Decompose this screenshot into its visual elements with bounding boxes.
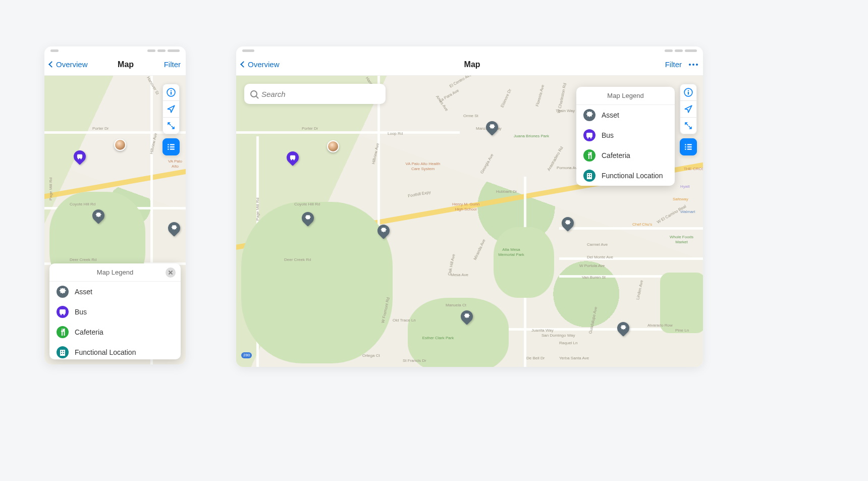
road-label: Del Monte Ave xyxy=(587,255,613,259)
search-input[interactable] xyxy=(261,90,379,98)
road-label: Coyote Hill Rd xyxy=(70,202,95,206)
legend-item-label: Cafeteria xyxy=(75,328,103,336)
poi-label: Hyatt xyxy=(680,184,690,189)
road-label: Page Mill Rd xyxy=(48,178,53,200)
road-label: Orme St xyxy=(463,114,478,118)
expand-button[interactable] xyxy=(680,117,697,134)
poi-label: Alta Mesa Memorial Park xyxy=(494,247,529,257)
page-title: Map xyxy=(118,60,134,69)
poi-label: Henry M. Gunn High School xyxy=(448,202,483,211)
legend-item-label: Functional Location xyxy=(602,172,663,180)
more-button[interactable] xyxy=(689,64,698,66)
filter-button[interactable]: Filter xyxy=(665,60,682,69)
expand-button[interactable] xyxy=(162,117,180,134)
road-label: Pine Ln xyxy=(675,328,689,333)
locate-button[interactable] xyxy=(162,100,180,118)
legend-item-label: Bus xyxy=(602,131,614,139)
road-label: Thain Way xyxy=(556,109,575,113)
status-bar xyxy=(44,46,186,54)
legend-toggle-button[interactable] xyxy=(680,138,697,155)
road-label: San Domingo Way xyxy=(541,333,575,338)
chevron-left-icon xyxy=(48,61,55,68)
info-button[interactable] xyxy=(162,84,180,101)
map-canvas[interactable]: Hanover St Porter Dr Hillview Ave Coyote… xyxy=(44,76,186,364)
search-icon xyxy=(250,90,257,97)
nav-bar: Overview Map Filter xyxy=(236,54,703,76)
poi-label: Chef Chu's xyxy=(632,222,652,227)
search-box[interactable] xyxy=(244,84,386,104)
legend-item: Cafeteria xyxy=(576,145,675,166)
poi-label: Esther Clark Park xyxy=(420,336,456,341)
legend-item: Asset xyxy=(576,105,675,125)
road-label: Ortega Ct xyxy=(362,353,380,358)
legend-item: Cafeteria xyxy=(49,322,181,342)
legend-panel: Map Legend AssetBusCafeteriaFunctional L… xyxy=(49,263,181,359)
fork-icon xyxy=(583,149,595,162)
status-bar xyxy=(236,46,703,54)
legend-title: Map Legend xyxy=(49,263,181,282)
tablet-device: Overview Map Filter Hanover St Porter Dr… xyxy=(236,46,703,367)
legend-close-button[interactable] xyxy=(166,268,176,278)
legend-item: Bus xyxy=(576,125,675,145)
road-label: Deer Creek Rd xyxy=(284,257,311,262)
back-button[interactable]: Overview xyxy=(49,60,88,69)
fork-icon xyxy=(57,326,69,338)
road-label: Manuela Ct xyxy=(446,303,466,307)
road-label: De Bell Dr xyxy=(526,356,545,360)
road-label: Deer Creek Rd xyxy=(70,257,96,262)
info-button[interactable] xyxy=(680,84,697,101)
back-button[interactable]: Overview xyxy=(241,60,280,69)
page-title: Map xyxy=(464,60,480,69)
chevron-left-icon xyxy=(240,61,247,68)
road-label: Yerba Santa Ave xyxy=(559,356,589,360)
road-label: Mesa Ave xyxy=(451,273,468,277)
legend-toggle-button[interactable] xyxy=(162,138,180,155)
map-canvas[interactable]: Hanover St Porter Dr Hillview Ave Loop R… xyxy=(236,76,703,367)
building-icon xyxy=(583,170,595,182)
legend-item-label: Asset xyxy=(602,111,619,119)
legend-list[interactable]: AssetBusCafeteriaFunctional LocationSecu… xyxy=(49,282,181,359)
map-pin-avatar[interactable] xyxy=(327,140,339,152)
back-label: Overview xyxy=(56,60,88,69)
road-label: Alvarado Row xyxy=(647,323,673,328)
nav-bar: Overview Map Filter xyxy=(44,54,186,76)
legend-item-label: Bus xyxy=(75,308,87,316)
road-label: Van Buren St xyxy=(582,275,606,280)
poi-label: Walmart xyxy=(680,209,695,215)
bus-icon xyxy=(57,306,69,318)
road-label: Porter Dr xyxy=(302,126,318,131)
legend-item-label: Cafeteria xyxy=(602,151,630,159)
legend-item: Bus xyxy=(49,302,181,322)
road-label: Hubbartt Dr xyxy=(496,189,517,194)
road-label: St Francis Dr xyxy=(403,358,426,363)
map-toolbar xyxy=(162,84,180,159)
gear-icon xyxy=(57,286,69,298)
road-label: Coyote Hill Rd xyxy=(294,202,320,206)
locate-button[interactable] xyxy=(680,100,697,118)
map-pin-avatar[interactable] xyxy=(114,139,126,151)
map-toolbar xyxy=(680,84,697,159)
road-label: Raquel Ln xyxy=(559,341,577,345)
poi-label: VA Palo Alto xyxy=(165,159,186,169)
back-label: Overview xyxy=(248,60,280,69)
legend-item: Functional Location xyxy=(49,342,181,359)
filter-button[interactable]: Filter xyxy=(164,60,181,69)
poi-label: THE CROSS xyxy=(683,167,703,172)
road-label: Porter Dr xyxy=(92,126,108,131)
phone-device: Overview Map Filter Hanover St Porter Dr… xyxy=(44,46,186,364)
legend-item: Functional Location xyxy=(576,166,675,186)
legend-item: Asset xyxy=(49,282,181,302)
bus-icon xyxy=(583,129,595,141)
road-label: Carmel Ave xyxy=(587,242,608,247)
legend-title: Map Legend xyxy=(576,87,675,105)
poi-label: VA Palo Alto Health Care System xyxy=(403,162,443,171)
gear-icon xyxy=(583,109,595,121)
poi-label: Safeway xyxy=(673,197,688,202)
legend-panel: Map Legend AssetBusCafeteriaFunctional L… xyxy=(576,87,675,186)
legend-item-label: Functional Location xyxy=(75,348,136,356)
road-label: Page Mill Rd xyxy=(255,198,260,221)
legend-list: AssetBusCafeteriaFunctional LocationSecu… xyxy=(576,105,675,186)
building-icon xyxy=(57,346,69,358)
road-label: W Portola Ave xyxy=(579,263,605,268)
highway-shield: 280 xyxy=(241,352,252,358)
